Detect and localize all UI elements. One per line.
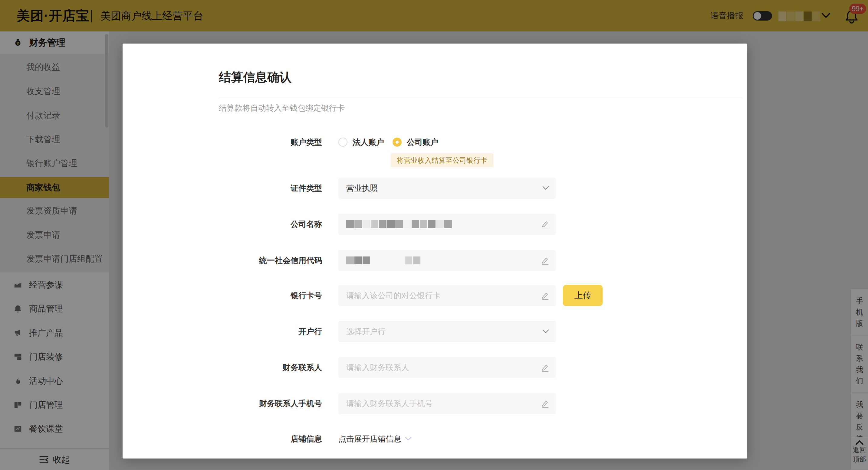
edit-pencil-icon[interactable]: [541, 256, 550, 265]
edit-pencil-icon[interactable]: [541, 363, 550, 372]
cert-type-select[interactable]: 营业执照: [338, 177, 556, 199]
settlement-confirm-panel: 结算信息确认 结算款将自动转入至钱包绑定银行卡 账户类型 法人账户 公司账户 将…: [123, 43, 747, 459]
panel-subtitle: 结算款将自动转入至钱包绑定银行卡: [219, 103, 345, 113]
store-info-label: 店铺信息: [137, 432, 322, 445]
title-divider: [219, 97, 742, 97]
edit-pencil-icon[interactable]: [541, 291, 550, 300]
edit-pencil-icon[interactable]: [541, 220, 550, 229]
company-name-label: 公司名称: [137, 217, 322, 231]
edit-pencil-icon[interactable]: [541, 399, 550, 408]
redacted-company-name: [346, 220, 452, 228]
radio-personal-label[interactable]: 法人账户: [352, 135, 384, 149]
finance-contact-input[interactable]: 请输入财务联系人: [338, 357, 556, 378]
finance-contact-label: 财务联系人: [137, 361, 322, 374]
bank-card-label: 银行卡号: [137, 289, 322, 302]
credit-code-field[interactable]: [338, 250, 556, 271]
bank-branch-select[interactable]: 选择开户行: [338, 321, 556, 342]
redacted-credit-code: [346, 257, 421, 264]
company-name-field[interactable]: [338, 213, 556, 235]
credit-code-label: 统一社会信用代码: [137, 254, 322, 267]
finance-contact-phone-label: 财务联系人手机号: [137, 397, 322, 410]
radio-personal-account[interactable]: [338, 138, 347, 147]
chevron-down-light-icon: [404, 436, 412, 442]
panel-title: 结算信息确认: [219, 69, 291, 86]
company-account-tooltip: 将营业收入结算至公司银行卡: [391, 153, 493, 167]
radio-company-label[interactable]: 公司账户: [407, 135, 438, 149]
bank-branch-label: 开户行: [137, 325, 322, 338]
radio-company-account-selected[interactable]: [393, 138, 402, 147]
chevron-down-icon: [542, 186, 550, 191]
chevron-down-icon: [542, 329, 550, 334]
expand-store-info-link[interactable]: 点击展开店铺信息: [338, 432, 412, 445]
bank-card-input[interactable]: 请输入该公司的对公银行卡: [338, 285, 556, 306]
finance-contact-phone-input[interactable]: 请输入财务联系人手机号: [338, 393, 556, 414]
account-type-label: 账户类型: [137, 135, 322, 149]
upload-button[interactable]: 上传: [563, 285, 602, 306]
cert-type-label: 证件类型: [137, 181, 322, 195]
